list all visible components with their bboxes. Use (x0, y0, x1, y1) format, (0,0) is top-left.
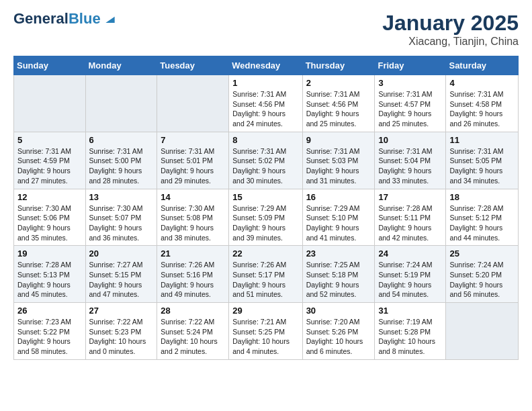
calendar-cell: 10Sunrise: 7:31 AMSunset: 5:04 PMDayligh… (375, 132, 446, 189)
day-number: 26 (17, 306, 82, 316)
day-number: 17 (378, 192, 442, 202)
day-number: 29 (232, 306, 298, 316)
calendar-cell: 24Sunrise: 7:24 AMSunset: 5:19 PMDayligh… (375, 246, 446, 303)
calendar-cell: 11Sunrise: 7:31 AMSunset: 5:05 PMDayligh… (446, 132, 519, 189)
week-row-5: 26Sunrise: 7:23 AMSunset: 5:22 PMDayligh… (14, 303, 519, 360)
day-info: Sunrise: 7:31 AMSunset: 5:01 PMDaylight:… (161, 146, 225, 186)
day-info: Sunrise: 7:31 AMSunset: 5:00 PMDaylight:… (89, 146, 154, 186)
calendar-cell: 2Sunrise: 7:31 AMSunset: 4:56 PMDaylight… (302, 75, 375, 132)
day-info: Sunrise: 7:31 AMSunset: 5:03 PMDaylight:… (306, 146, 371, 186)
day-number: 23 (306, 248, 371, 259)
day-number: 16 (306, 192, 371, 202)
day-number: 31 (378, 306, 442, 316)
day-info: Sunrise: 7:24 AMSunset: 5:20 PMDaylight:… (449, 260, 515, 300)
calendar-cell: 26Sunrise: 7:23 AMSunset: 5:22 PMDayligh… (14, 303, 86, 360)
weekday-header-thursday: Thursday (302, 56, 375, 75)
day-number: 14 (161, 192, 225, 202)
calendar-cell (446, 303, 519, 360)
weekday-header-monday: Monday (85, 56, 157, 75)
calendar-cell: 15Sunrise: 7:29 AMSunset: 5:09 PMDayligh… (229, 189, 302, 246)
day-number: 13 (89, 192, 154, 202)
day-info: Sunrise: 7:24 AMSunset: 5:19 PMDaylight:… (378, 260, 442, 300)
day-info: Sunrise: 7:22 AMSunset: 5:23 PMDaylight:… (89, 317, 154, 357)
page: GeneralBlue January 2025 Xiacang, Tianji… (0, 0, 532, 371)
title-block: January 2025 Xiacang, Tianjin, China (382, 11, 519, 48)
day-number: 9 (306, 135, 371, 145)
day-number: 3 (378, 78, 442, 88)
day-info: Sunrise: 7:31 AMSunset: 5:04 PMDaylight:… (378, 146, 442, 186)
day-number: 27 (89, 306, 154, 316)
location-title: Xiacang, Tianjin, China (382, 36, 519, 48)
day-number: 4 (449, 78, 515, 88)
day-info: Sunrise: 7:20 AMSunset: 5:26 PMDaylight:… (306, 317, 371, 357)
weekday-header-friday: Friday (375, 56, 446, 75)
day-info: Sunrise: 7:31 AMSunset: 4:56 PMDaylight:… (306, 89, 371, 129)
day-info: Sunrise: 7:25 AMSunset: 5:18 PMDaylight:… (306, 260, 371, 300)
calendar-cell: 8Sunrise: 7:31 AMSunset: 5:02 PMDaylight… (229, 132, 302, 189)
day-number: 30 (306, 306, 371, 316)
calendar-cell: 25Sunrise: 7:24 AMSunset: 5:20 PMDayligh… (446, 246, 519, 303)
day-info: Sunrise: 7:30 AMSunset: 5:06 PMDaylight:… (17, 203, 82, 243)
day-number: 15 (232, 192, 298, 202)
calendar-cell: 22Sunrise: 7:26 AMSunset: 5:17 PMDayligh… (229, 246, 302, 303)
calendar-cell: 21Sunrise: 7:26 AMSunset: 5:16 PMDayligh… (157, 246, 229, 303)
day-number: 19 (17, 248, 82, 259)
calendar-cell: 19Sunrise: 7:28 AMSunset: 5:13 PMDayligh… (14, 246, 86, 303)
day-number: 8 (232, 135, 298, 145)
day-number: 7 (161, 135, 225, 145)
day-info: Sunrise: 7:23 AMSunset: 5:22 PMDaylight:… (17, 317, 82, 357)
day-number: 6 (89, 135, 154, 145)
day-number: 10 (378, 135, 442, 145)
day-number: 2 (306, 78, 371, 88)
day-info: Sunrise: 7:31 AMSunset: 5:05 PMDaylight:… (449, 146, 515, 186)
day-number: 25 (449, 248, 515, 259)
calendar-cell: 31Sunrise: 7:19 AMSunset: 5:28 PMDayligh… (375, 303, 446, 360)
day-info: Sunrise: 7:31 AMSunset: 4:56 PMDaylight:… (232, 89, 298, 129)
day-number: 24 (378, 248, 442, 259)
calendar-cell: 13Sunrise: 7:30 AMSunset: 5:07 PMDayligh… (85, 189, 157, 246)
day-info: Sunrise: 7:27 AMSunset: 5:15 PMDaylight:… (89, 260, 154, 300)
weekday-header-tuesday: Tuesday (157, 56, 229, 75)
calendar-cell: 5Sunrise: 7:31 AMSunset: 4:59 PMDaylight… (14, 132, 86, 189)
day-info: Sunrise: 7:30 AMSunset: 5:08 PMDaylight:… (161, 203, 225, 243)
day-info: Sunrise: 7:31 AMSunset: 4:59 PMDaylight:… (17, 146, 82, 186)
day-info: Sunrise: 7:29 AMSunset: 5:10 PMDaylight:… (306, 203, 371, 243)
day-info: Sunrise: 7:21 AMSunset: 5:25 PMDaylight:… (232, 317, 298, 357)
calendar-cell: 12Sunrise: 7:30 AMSunset: 5:06 PMDayligh… (14, 189, 86, 246)
calendar-cell: 18Sunrise: 7:28 AMSunset: 5:12 PMDayligh… (446, 189, 519, 246)
day-info: Sunrise: 7:22 AMSunset: 5:24 PMDaylight:… (161, 317, 225, 357)
calendar-cell: 4Sunrise: 7:31 AMSunset: 4:58 PMDaylight… (446, 75, 519, 132)
weekday-header-row: SundayMondayTuesdayWednesdayThursdayFrid… (14, 56, 519, 75)
header: GeneralBlue January 2025 Xiacang, Tianji… (13, 11, 519, 48)
calendar-cell: 29Sunrise: 7:21 AMSunset: 5:25 PMDayligh… (229, 303, 302, 360)
calendar-cell: 16Sunrise: 7:29 AMSunset: 5:10 PMDayligh… (302, 189, 375, 246)
day-number: 20 (89, 248, 154, 259)
calendar-cell: 27Sunrise: 7:22 AMSunset: 5:23 PMDayligh… (85, 303, 157, 360)
day-number: 28 (161, 306, 225, 316)
week-row-4: 19Sunrise: 7:28 AMSunset: 5:13 PMDayligh… (14, 246, 519, 303)
logo-text: GeneralBlue (13, 11, 101, 27)
day-info: Sunrise: 7:31 AMSunset: 4:58 PMDaylight:… (449, 89, 515, 129)
month-title: January 2025 (382, 11, 519, 36)
calendar-cell: 7Sunrise: 7:31 AMSunset: 5:01 PMDaylight… (157, 132, 229, 189)
calendar-cell: 1Sunrise: 7:31 AMSunset: 4:56 PMDaylight… (229, 75, 302, 132)
day-info: Sunrise: 7:28 AMSunset: 5:11 PMDaylight:… (378, 203, 442, 243)
day-info: Sunrise: 7:19 AMSunset: 5:28 PMDaylight:… (378, 317, 442, 357)
weekday-header-sunday: Sunday (14, 56, 86, 75)
day-info: Sunrise: 7:31 AMSunset: 5:02 PMDaylight:… (232, 146, 298, 186)
weekday-header-saturday: Saturday (446, 56, 519, 75)
calendar-cell: 17Sunrise: 7:28 AMSunset: 5:11 PMDayligh… (375, 189, 446, 246)
day-info: Sunrise: 7:28 AMSunset: 5:13 PMDaylight:… (17, 260, 82, 300)
calendar-body: 1Sunrise: 7:31 AMSunset: 4:56 PMDaylight… (14, 75, 519, 360)
week-row-3: 12Sunrise: 7:30 AMSunset: 5:06 PMDayligh… (14, 189, 519, 246)
calendar-cell (85, 75, 157, 132)
calendar-table: SundayMondayTuesdayWednesdayThursdayFrid… (13, 56, 519, 360)
day-number: 12 (17, 192, 82, 202)
calendar-cell: 9Sunrise: 7:31 AMSunset: 5:03 PMDaylight… (302, 132, 375, 189)
calendar-cell: 14Sunrise: 7:30 AMSunset: 5:08 PMDayligh… (157, 189, 229, 246)
calendar-cell: 23Sunrise: 7:25 AMSunset: 5:18 PMDayligh… (302, 246, 375, 303)
day-number: 18 (449, 192, 515, 202)
day-number: 11 (449, 135, 515, 145)
logo: GeneralBlue (13, 11, 116, 27)
svg-marker-0 (105, 17, 114, 23)
